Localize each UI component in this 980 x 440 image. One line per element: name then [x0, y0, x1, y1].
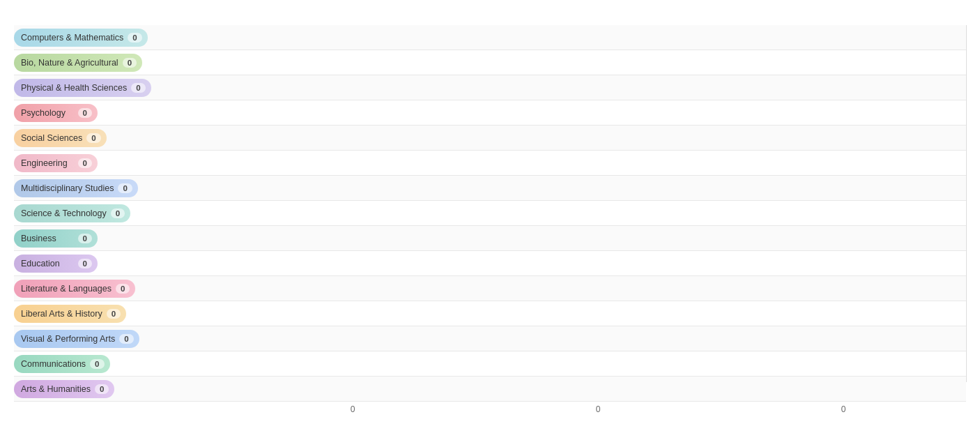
bar-row-literature: Literature & Languages 0 [14, 276, 966, 301]
bar-pill-value-multi: 0 [118, 183, 132, 193]
bar-pill-value-business: 0 [78, 234, 92, 243]
bar-pill-visual: Visual & Performing Arts 0 [14, 330, 139, 348]
bar-label-area-social: Social Sciences 0 [14, 126, 230, 150]
bar-row-social: Social Sciences 0 [14, 126, 966, 151]
bar-pill-science: Science & Technology 0 [14, 204, 130, 222]
bar-area-engineering [230, 151, 966, 175]
bar-pill-label-physical: Physical & Health Sciences [21, 83, 127, 93]
bar-pill-label-literature: Literature & Languages [21, 284, 112, 294]
bar-area-multi [230, 176, 966, 200]
bar-label-area-computers: Computers & Mathematics 0 [14, 25, 230, 50]
bar-pill-label-social: Social Sciences [21, 133, 82, 143]
bar-pill-psychology: Psychology 0 [14, 104, 98, 122]
bar-pill-label-communications: Communications [21, 359, 86, 369]
bar-pill-label-science: Science & Technology [21, 208, 107, 218]
bar-pill-value-psychology: 0 [78, 108, 92, 118]
bar-label-area-multi: Multidisciplinary Studies 0 [14, 176, 230, 200]
bar-pill-social: Social Sciences 0 [14, 129, 107, 147]
bar-label-area-psychology: Psychology 0 [14, 100, 230, 125]
bar-row-computers: Computers & Mathematics 0 [14, 25, 966, 50]
bar-pill-value-science: 0 [111, 208, 125, 218]
bar-pill-communications: Communications 0 [14, 355, 110, 373]
bar-area-science [230, 201, 966, 225]
bar-area-business [230, 226, 966, 250]
bar-row-physical: Physical & Health Sciences 0 [14, 75, 966, 100]
bar-area-bio [230, 50, 966, 75]
bar-row-visual: Visual & Performing Arts 0 [14, 326, 966, 351]
bar-area-liberal [230, 301, 966, 326]
bar-pill-label-psychology: Psychology [21, 108, 74, 118]
bar-area-literature [230, 276, 966, 301]
bar-pill-label-engineering: Engineering [21, 158, 74, 168]
bar-area-arts [230, 377, 966, 401]
bar-pill-computers: Computers & Mathematics 0 [14, 29, 148, 47]
bar-pill-value-liberal: 0 [107, 309, 121, 319]
bar-area-physical [230, 75, 966, 100]
x-axis-label-0: 0 [230, 404, 475, 414]
x-axis-label-1: 0 [475, 404, 721, 414]
bar-label-area-communications: Communications 0 [14, 351, 230, 376]
bar-pill-label-bio: Bio, Nature & Agricultural [21, 58, 118, 68]
bar-label-area-business: Business 0 [14, 226, 230, 250]
bar-row-business: Business 0 [14, 226, 966, 251]
bar-pill-label-business: Business [21, 234, 74, 243]
bar-label-area-engineering: Engineering 0 [14, 151, 230, 175]
bar-pill-label-education: Education [21, 259, 74, 268]
bar-pill-value-physical: 0 [131, 83, 145, 93]
bar-label-area-bio: Bio, Nature & Agricultural 0 [14, 50, 230, 75]
bar-pill-liberal: Liberal Arts & History 0 [14, 305, 126, 323]
bar-area-communications [230, 351, 966, 376]
bar-row-arts: Arts & Humanities 0 [14, 377, 966, 402]
bar-row-science: Science & Technology 0 [14, 201, 966, 226]
x-axis-label-2: 0 [721, 404, 966, 414]
bar-label-area-arts: Arts & Humanities 0 [14, 377, 230, 401]
bar-row-psychology: Psychology 0 [14, 100, 966, 126]
bar-pill-label-arts: Arts & Humanities [21, 384, 91, 394]
bar-area-psychology [230, 100, 966, 125]
bar-label-area-liberal: Liberal Arts & History 0 [14, 301, 230, 326]
bar-area-social [230, 126, 966, 150]
bar-label-area-science: Science & Technology 0 [14, 201, 230, 225]
bar-pill-value-arts: 0 [95, 384, 109, 394]
bar-pill-value-visual: 0 [119, 334, 133, 344]
bar-row-education: Education 0 [14, 251, 966, 276]
bar-area-computers [230, 25, 966, 50]
bar-row-multi: Multidisciplinary Studies 0 [14, 176, 966, 201]
chart-container: Computers & Mathematics 0 Bio, Nature & … [0, 0, 980, 435]
bar-row-engineering: Engineering 0 [14, 151, 966, 176]
bar-pill-label-multi: Multidisciplinary Studies [21, 183, 114, 193]
bar-pill-physical: Physical & Health Sciences 0 [14, 79, 151, 97]
bar-pill-value-education: 0 [78, 259, 92, 268]
bar-pill-label-visual: Visual & Performing Arts [21, 334, 115, 344]
bar-pill-value-communications: 0 [90, 359, 104, 369]
bar-pill-arts: Arts & Humanities 0 [14, 380, 114, 398]
bar-label-area-literature: Literature & Languages 0 [14, 276, 230, 301]
x-axis: 000 [14, 404, 966, 414]
bar-pill-value-bio: 0 [123, 58, 137, 68]
bar-pill-label-liberal: Liberal Arts & History [21, 309, 102, 319]
bar-pill-label-computers: Computers & Mathematics [21, 33, 123, 43]
bar-pill-bio: Bio, Nature & Agricultural 0 [14, 54, 142, 72]
bar-pill-business: Business 0 [14, 229, 98, 248]
bar-row-communications: Communications 0 [14, 351, 966, 377]
bar-label-area-education: Education 0 [14, 251, 230, 275]
chart-body: Computers & Mathematics 0 Bio, Nature & … [14, 25, 966, 402]
bar-area-education [230, 251, 966, 275]
bar-pill-value-engineering: 0 [78, 158, 92, 168]
bar-label-area-visual: Visual & Performing Arts 0 [14, 326, 230, 351]
bar-pill-education: Education 0 [14, 255, 98, 273]
grid-line-100 [966, 25, 967, 382]
bar-label-area-physical: Physical & Health Sciences 0 [14, 75, 230, 100]
bar-row-liberal: Liberal Arts & History 0 [14, 301, 966, 326]
bar-pill-literature: Literature & Languages 0 [14, 280, 135, 298]
bar-pill-multi: Multidisciplinary Studies 0 [14, 179, 138, 197]
bar-row-bio: Bio, Nature & Agricultural 0 [14, 50, 966, 75]
bar-area-visual [230, 326, 966, 351]
bar-pill-value-computers: 0 [128, 33, 141, 43]
bar-pill-value-literature: 0 [116, 284, 130, 294]
bar-pill-value-social: 0 [86, 133, 100, 143]
bar-pill-engineering: Engineering 0 [14, 154, 98, 172]
